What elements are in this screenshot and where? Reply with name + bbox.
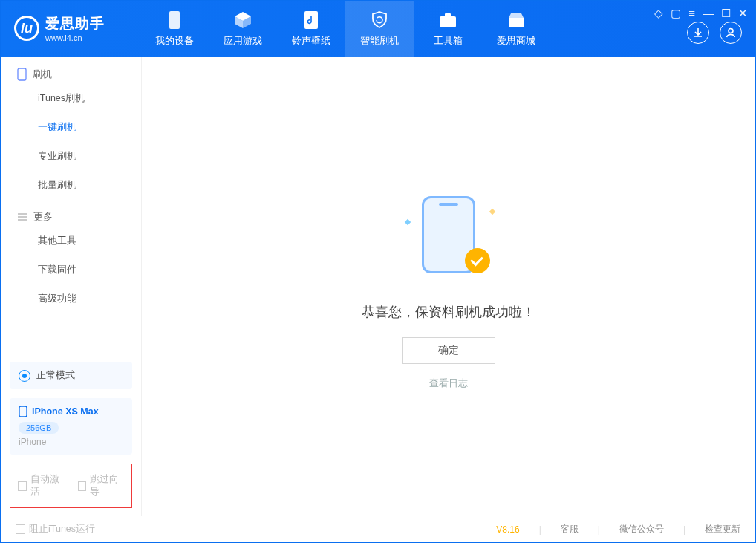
music-file-icon	[302, 10, 321, 30]
svg-rect-5	[440, 16, 456, 27]
phone-icon	[19, 406, 27, 417]
sidebar-item-oneclick-flash[interactable]: 一键刷机	[1, 113, 141, 142]
mode-label: 正常模式	[36, 369, 75, 382]
phone-outline-icon	[17, 68, 27, 81]
device-capacity: 256GB	[19, 422, 59, 434]
sidebar: 刷机 iTunes刷机 一键刷机 专业刷机 批量刷机 更多 其他工具 下载固件 …	[1, 57, 142, 516]
content-area: 刷机 iTunes刷机 一键刷机 专业刷机 批量刷机 更多 其他工具 下载固件 …	[1, 57, 755, 516]
status-bar: 阻止iTunes运行 V8.16 | 客服 | 微信公众号 | 检查更新	[1, 516, 755, 542]
footer-link-update[interactable]: 检查更新	[705, 523, 740, 536]
sidebar-item-batch-flash[interactable]: 批量刷机	[1, 171, 141, 200]
section-label: 刷机	[33, 68, 52, 81]
download-button[interactable]	[687, 22, 709, 44]
sidebar-item-advanced[interactable]: 高级功能	[1, 284, 141, 313]
cube-icon	[233, 10, 252, 30]
block-itunes-checkbox[interactable]: 阻止iTunes运行	[16, 523, 95, 536]
title-bar: iu 爱思助手 www.i4.cn 我的设备 应用游戏 铃声壁纸 智能刷机	[1, 1, 755, 57]
sidebar-item-itunes-flash[interactable]: iTunes刷机	[1, 84, 141, 113]
sidebar-section-flash: 刷机	[1, 57, 141, 84]
feedback-icon[interactable]: ▢	[671, 7, 681, 20]
svg-rect-6	[445, 13, 451, 17]
success-message: 恭喜您，保资料刷机成功啦！	[362, 303, 535, 321]
tab-toolbox[interactable]: 工具箱	[414, 1, 482, 57]
tab-label: 铃声壁纸	[292, 34, 330, 48]
tab-ringtones[interactable]: 铃声壁纸	[277, 1, 345, 57]
logo-mark-icon: iu	[14, 16, 39, 41]
version-label: V8.16	[496, 524, 519, 535]
sidebar-item-download-firmware[interactable]: 下载固件	[1, 256, 141, 284]
section-label: 更多	[33, 210, 53, 224]
auto-activate-checkbox[interactable]: 自动激活	[18, 473, 65, 498]
svg-rect-10	[19, 406, 27, 417]
app-logo: iu 爱思助手 www.i4.cn	[14, 1, 140, 42]
device-name: iPhone XS Max	[32, 406, 99, 417]
svg-point-8	[729, 29, 733, 33]
main-panel: 恭喜您，保资料刷机成功啦！ 确定 查看日志	[142, 57, 755, 516]
menu-icon[interactable]: ≡	[688, 7, 695, 20]
sidebar-item-other-tools[interactable]: 其他工具	[1, 227, 141, 256]
tab-smart-flash[interactable]: 智能刷机	[345, 1, 414, 57]
minimize-button[interactable]: ―	[703, 7, 714, 20]
tab-apps-games[interactable]: 应用游戏	[209, 1, 277, 57]
checkbox-icon	[78, 481, 87, 491]
checkbox-label: 阻止iTunes运行	[29, 523, 95, 536]
tab-label: 应用游戏	[224, 34, 262, 48]
tab-my-device[interactable]: 我的设备	[140, 1, 209, 57]
maximize-button[interactable]: ☐	[721, 7, 731, 20]
checkbox-icon	[16, 524, 25, 534]
list-icon	[17, 212, 27, 221]
svg-rect-0	[169, 11, 180, 29]
tab-label: 我的设备	[155, 34, 194, 48]
store-icon	[506, 10, 526, 30]
account-button[interactable]	[720, 22, 742, 44]
header-actions	[687, 22, 742, 44]
tab-label: 智能刷机	[360, 34, 399, 48]
skip-guide-checkbox[interactable]: 跳过向导	[78, 473, 125, 498]
view-log-link[interactable]: 查看日志	[429, 377, 468, 390]
success-illustration	[397, 183, 501, 287]
close-button[interactable]: ✕	[738, 7, 748, 20]
app-name: 爱思助手	[45, 14, 105, 33]
tab-store[interactable]: 爱思商城	[482, 1, 550, 57]
device-info-box[interactable]: iPhone XS Max 256GB iPhone	[10, 398, 132, 455]
shirt-icon[interactable]: ◇	[654, 7, 663, 20]
app-url: www.i4.cn	[45, 33, 105, 42]
footer-link-wechat[interactable]: 微信公众号	[619, 523, 664, 536]
window-controls: ◇ ▢ ≡ ― ☐ ✕	[654, 7, 748, 20]
main-nav: 我的设备 应用游戏 铃声壁纸 智能刷机 工具箱 爱思商城	[140, 1, 550, 57]
briefcase-icon	[438, 10, 457, 30]
device-mode-box[interactable]: 正常模式	[10, 362, 132, 389]
svg-rect-7	[509, 18, 524, 27]
tab-label: 爱思商城	[497, 34, 535, 48]
device-icon	[165, 10, 184, 30]
svg-rect-9	[18, 68, 26, 80]
sidebar-section-more: 更多	[1, 200, 141, 227]
tab-label: 工具箱	[434, 34, 463, 48]
app-window: iu 爱思助手 www.i4.cn 我的设备 应用游戏 铃声壁纸 智能刷机	[0, 0, 756, 543]
device-type: iPhone	[19, 437, 123, 447]
highlighted-options: 自动激活 跳过向导	[10, 464, 132, 508]
sparkle-icon	[489, 209, 495, 215]
sidebar-item-pro-flash[interactable]: 专业刷机	[1, 142, 141, 171]
success-check-icon	[465, 248, 490, 273]
confirm-button[interactable]: 确定	[402, 337, 495, 364]
sparkle-icon	[405, 219, 411, 225]
checkbox-label: 跳过向导	[90, 473, 124, 498]
checkbox-icon	[18, 481, 27, 491]
shield-refresh-icon	[370, 10, 389, 30]
mode-indicator-icon	[19, 370, 30, 382]
checkbox-label: 自动激活	[30, 473, 65, 498]
footer-link-support[interactable]: 客服	[561, 523, 579, 536]
